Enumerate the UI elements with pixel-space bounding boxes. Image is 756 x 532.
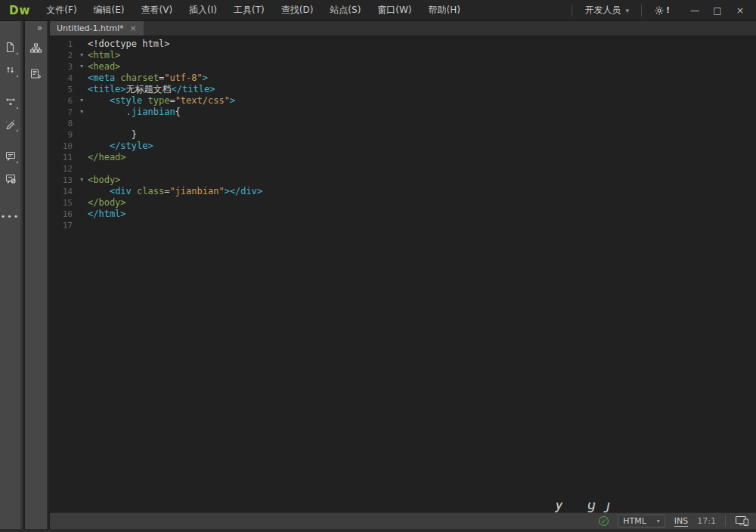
line-number: 6 [50,95,76,107]
code-line: 16</html> [50,209,756,220]
code-tokens: <html> [88,50,120,61]
dom-panel-button[interactable] [27,39,45,57]
line-number: 7 [50,107,76,118]
doc-language-dropdown[interactable]: HTML ▾ [618,515,665,527]
chevron-down-icon: ▾ [657,518,660,524]
title-bar: Dw 文件(F) 编辑(E) 查看(V) 插入(I) 工具(T) 查找(D) 站… [0,0,756,21]
code-tokens: <div class="jianbian"></div> [88,186,262,197]
fold-gutter [76,141,88,152]
panel-dock: » [25,21,48,529]
code-line: 13▼<body> [50,175,756,186]
menu-help[interactable]: 帮助(H) [420,0,469,20]
code-tokens: </body> [88,197,126,209]
line-number: 13 [50,175,76,186]
code-line: 9 } [50,129,756,141]
snippets-panel-button[interactable] [27,65,45,83]
menu-file[interactable]: 文件(F) [38,0,85,20]
fold-gutter [76,186,88,197]
fold-gutter [76,163,88,175]
chevron-down-icon: ▾ [625,7,629,14]
line-number: 16 [50,209,76,220]
menu-view[interactable]: 查看(V) [133,0,181,20]
up-down-arrows-icon [5,64,16,76]
document-area: Untitled-1.html* × 1<!doctype html>2▼<ht… [50,21,756,529]
cursor-position: 17:1 [697,516,716,526]
divider [725,516,726,527]
line-number: 4 [50,73,76,84]
file-management-button[interactable] [2,60,20,79]
comment-remove-icon [5,173,17,184]
line-number: 11 [50,152,76,163]
fold-gutter [76,152,88,163]
apply-comment-button[interactable] [2,147,20,165]
sync-settings-button[interactable]: ! [648,5,676,16]
line-number: 15 [50,197,76,209]
dock-icons [25,35,47,83]
swap-arrows-icon [5,96,17,107]
document-icon [5,42,16,53]
maximize-button[interactable]: □ [706,0,729,20]
customize-toolbar-button[interactable]: ••• [1,212,20,221]
pencil-wand-icon [5,119,16,130]
common-toolbar: ••• [0,21,23,529]
fold-gutter [76,209,88,220]
fold-arrow-icon[interactable]: ▼ [76,95,88,107]
alert-badge: ! [666,5,670,15]
fold-gutter [76,118,88,129]
code-line: 4<meta charset="utf-8"> [50,73,756,84]
live-view-options-button[interactable] [2,92,20,110]
menu-window[interactable]: 窗口(W) [369,0,420,20]
code-line: 6▼ <style type="text/css"> [50,95,756,107]
remove-comment-button[interactable] [2,169,20,187]
line-number: 12 [50,163,76,175]
menu-tools[interactable]: 工具(T) [225,0,273,20]
close-button[interactable]: × [729,0,751,20]
menu-site[interactable]: 站点(S) [321,0,369,20]
tab-untitled-1[interactable]: Untitled-1.html* × [50,21,144,36]
fold-arrow-icon[interactable]: ▼ [76,50,88,61]
fold-gutter [76,220,88,231]
line-number: 17 [50,220,76,231]
divider [572,5,572,17]
line-number: 10 [50,141,76,152]
insert-mode-toggle[interactable]: INS [674,516,688,527]
code-editor[interactable]: 1<!doctype html>2▼<html>3▼<head>4<meta c… [50,36,756,512]
code-tokens: </head> [88,152,126,163]
code-tokens: </style> [88,141,153,152]
tab-close-icon[interactable]: × [130,23,137,33]
expand-panels-button[interactable]: » [25,21,47,35]
line-number: 3 [50,61,76,73]
responsive-preview-icon[interactable] [735,515,750,527]
code-document-icon [29,68,42,80]
code-tokens: } [88,129,137,141]
menu-edit[interactable]: 编辑(E) [85,0,133,20]
fold-arrow-icon[interactable]: ▼ [76,175,88,186]
code-tokens: </html> [88,209,126,220]
fold-gutter [76,39,88,50]
menu-insert[interactable]: 插入(I) [181,0,225,20]
line-number: 5 [50,84,76,95]
fold-arrow-icon[interactable]: ▼ [76,61,88,73]
format-source-code-button[interactable] [2,115,20,133]
minimize-button[interactable]: — [683,0,706,20]
fold-gutter [76,73,88,84]
tree-hierarchy-icon [29,42,42,54]
workspace-switcher[interactable]: 开发人员 ▾ [578,4,635,17]
comment-bubble-icon [5,150,17,162]
lint-ok-icon: ✓ [599,516,609,526]
menu-find[interactable]: 查找(D) [273,0,322,20]
doc-language-value: HTML [623,516,646,526]
status-bar: ✓ HTML ▾ INS 17:1 [50,512,756,529]
dropdown-corner [16,75,18,77]
open-documents-button[interactable] [2,38,20,56]
line-number: 14 [50,186,76,197]
code-line: 11</head> [50,152,756,163]
fold-gutter [76,197,88,209]
tab-strip: Untitled-1.html* × [50,21,756,36]
fold-arrow-icon[interactable]: ▼ [76,107,88,118]
code-line: 7▼ .jianbian{ [50,107,756,118]
dropdown-corner [16,107,18,109]
fold-gutter [76,129,88,141]
code-line: 1<!doctype html> [50,39,756,50]
code-tokens: <meta charset="utf-8"> [88,73,208,84]
